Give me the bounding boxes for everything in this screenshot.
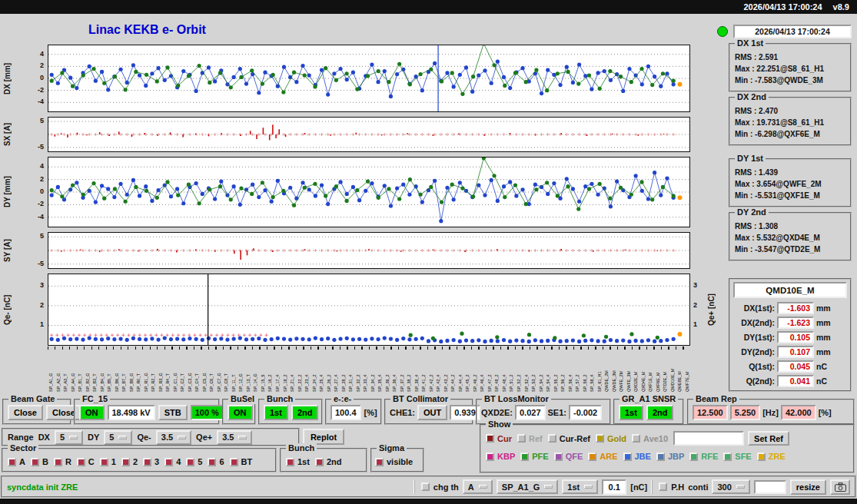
dy-2nd-stats-legend: DY 2nd <box>735 207 769 217</box>
chg-th-checkbox[interactable] <box>421 482 430 491</box>
checkbox-indicator[interactable] <box>517 434 526 443</box>
set-ref-button[interactable]: Set Ref <box>748 431 789 446</box>
y-tick-label: 3 <box>40 281 44 289</box>
zre-checkbox-item[interactable]: ZRE <box>757 452 786 461</box>
checkbox-indicator[interactable] <box>164 458 173 466</box>
range-dy-select[interactable]: 5 <box>104 430 132 445</box>
jbe-checkbox-item[interactable]: JBE <box>623 452 651 461</box>
checkbox-indicator[interactable] <box>230 458 238 466</box>
checkbox-indicator[interactable] <box>757 453 766 461</box>
jbp-checkbox-item[interactable]: JBP <box>656 452 684 461</box>
checkbox-indicator[interactable] <box>632 434 640 443</box>
qfe-checkbox-item[interactable]: QFE <box>554 452 583 461</box>
sp-select[interactable]: SP_A1_G <box>497 479 559 494</box>
bunch-1st-button[interactable]: 1st <box>264 405 288 420</box>
dy-2nd-min: Min : -3.547@QTD2E_M <box>735 244 847 255</box>
b-checkbox-item[interactable]: B <box>31 457 48 466</box>
3-checkbox-item[interactable]: 3 <box>143 457 159 466</box>
cur-ref-checkbox-item[interactable]: Cur-Ref <box>548 434 590 443</box>
y-tick-label: 4 <box>40 50 44 58</box>
gr-snsr-1st-button[interactable]: 1st <box>619 405 643 420</box>
bunch-2nd-button[interactable]: 2nd <box>291 405 319 420</box>
screenshot-button[interactable] <box>830 479 850 495</box>
2-checkbox-item[interactable]: 2 <box>121 457 138 466</box>
resize-button[interactable]: resize <box>790 479 826 495</box>
checkbox-indicator[interactable] <box>54 458 62 466</box>
checkbox-indicator[interactable] <box>8 458 16 466</box>
checkbox-indicator[interactable] <box>143 458 151 466</box>
ref-input[interactable] <box>673 431 744 446</box>
aux-input[interactable] <box>754 480 786 494</box>
sy-y-ticks: 5-5 <box>23 232 45 269</box>
range-dx-select[interactable]: 5 <box>55 430 83 445</box>
checkbox-indicator[interactable] <box>286 458 294 466</box>
cur-checkbox-item[interactable]: Cur <box>486 434 512 443</box>
checkbox-indicator[interactable] <box>689 453 698 461</box>
kbp-checkbox-item[interactable]: KBP <box>486 452 515 461</box>
are-checkbox-item[interactable]: ARE <box>588 452 617 461</box>
checkbox-indicator[interactable] <box>486 453 494 461</box>
ref-checkbox-item[interactable]: Ref <box>517 434 543 443</box>
beam-gate-legend: Beam Gate <box>8 394 57 404</box>
rfe-checkbox-item[interactable]: RFE <box>689 452 718 461</box>
bpm-axis-label: SP_24_2 <box>311 350 317 392</box>
checkbox-indicator[interactable] <box>186 458 194 466</box>
c-checkbox-item[interactable]: C <box>77 457 95 466</box>
che1-out-button[interactable]: OUT <box>417 405 447 420</box>
a-checkbox-item[interactable]: A <box>8 457 25 466</box>
checkbox-indicator[interactable] <box>723 453 732 461</box>
ph-checkbox[interactable] <box>659 482 667 491</box>
range-qe-minus-select[interactable]: 3.5 <box>156 430 191 445</box>
visible-checkbox-item[interactable]: visible <box>375 457 413 466</box>
checkbox-indicator[interactable] <box>121 458 130 466</box>
bpm-axis-label: SP_35_4 <box>377 350 383 392</box>
beam-gate-close-1-button[interactable]: Close <box>8 405 43 420</box>
4-checkbox-item[interactable]: 4 <box>164 457 181 466</box>
checkbox-indicator[interactable] <box>554 453 563 461</box>
checkbox-indicator[interactable] <box>656 453 665 461</box>
rep-select[interactable]: 300 <box>712 479 749 494</box>
bunch-select-group: Bunch 1st2nd <box>280 448 367 472</box>
checkbox-indicator[interactable] <box>548 434 556 443</box>
checkbox-label: B <box>42 457 48 466</box>
1-checkbox-item[interactable]: 1 <box>100 457 116 466</box>
pfe-checkbox-item[interactable]: PFE <box>520 452 548 461</box>
range-qe-plus-value: 3.5 <box>222 433 234 442</box>
checkbox-indicator[interactable] <box>375 458 384 466</box>
checkbox-indicator[interactable] <box>486 434 494 443</box>
checkbox-indicator[interactable] <box>623 453 632 461</box>
pane-separator[interactable] <box>414 480 417 494</box>
range-qe-plus-select[interactable]: 3.5 <box>217 430 252 445</box>
checkbox-indicator[interactable] <box>77 458 85 466</box>
gr-snsr-2nd-button[interactable]: 2nd <box>646 405 674 420</box>
fc15-stb-button[interactable]: STB <box>158 405 188 420</box>
pane-separator[interactable] <box>651 480 655 494</box>
checkbox-indicator[interactable] <box>31 458 39 466</box>
2nd-checkbox-item[interactable]: 2nd <box>315 457 342 466</box>
dx-2nd-stats-box: DX 2nd RMS : 2.470 Max : 19.731@S8_61_H1… <box>729 97 852 146</box>
bpm-axis-label: SP_27_4 <box>333 350 339 392</box>
ave10-checkbox-item[interactable]: Ave10 <box>632 434 668 443</box>
dy-1st-stats-box: DY 1st RMS : 1.439 Max : 3.654@QWFE_2M M… <box>729 158 852 207</box>
bunch-select[interactable]: 1st <box>562 479 598 494</box>
checkbox-indicator[interactable] <box>596 434 604 443</box>
replot-button[interactable]: Replot <box>303 429 344 445</box>
checkbox-indicator[interactable] <box>208 458 216 466</box>
6-checkbox-item[interactable]: 6 <box>208 457 224 466</box>
channel-select[interactable]: A <box>463 479 493 494</box>
checkbox-indicator[interactable] <box>520 453 529 461</box>
sector-legend: Sector <box>8 443 38 453</box>
fc15-on-button[interactable]: ON <box>79 405 105 420</box>
r-checkbox-item[interactable]: R <box>54 457 71 466</box>
threshold-field[interactable]: 0.1 <box>602 479 626 495</box>
busel-on-button[interactable]: ON <box>228 405 253 420</box>
bt-checkbox-item[interactable]: BT <box>230 457 253 466</box>
5-checkbox-item[interactable]: 5 <box>186 457 202 466</box>
sfe-checkbox-item[interactable]: SFE <box>723 452 751 461</box>
gold-checkbox-item[interactable]: Gold <box>596 434 626 443</box>
checkbox-indicator[interactable] <box>315 458 324 466</box>
checkbox-indicator[interactable] <box>588 453 596 461</box>
bpm-axis-label: SP_46_2 <box>472 350 478 392</box>
1st-checkbox-item[interactable]: 1st <box>286 457 310 466</box>
checkbox-indicator[interactable] <box>100 458 108 466</box>
